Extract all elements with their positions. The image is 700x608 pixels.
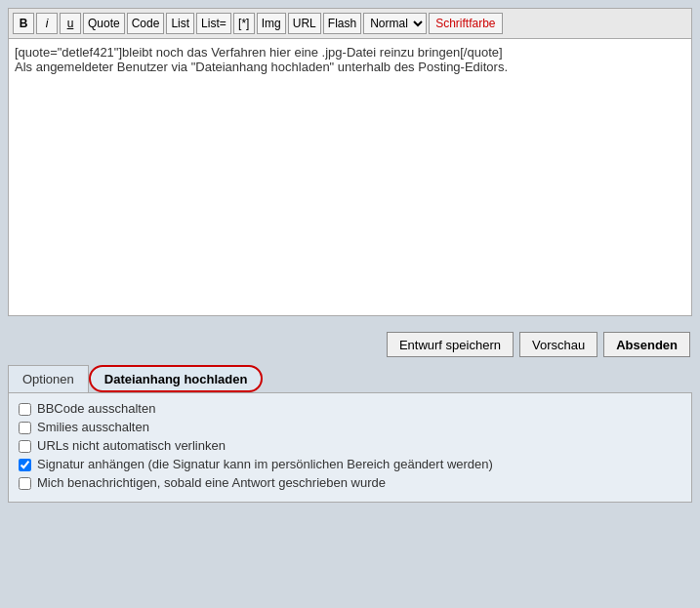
draft-button[interactable]: Entwurf speichern — [387, 332, 514, 357]
submit-button[interactable]: Absenden — [603, 332, 690, 357]
option-notify: Mich benachrichtigen, sobald eine Antwor… — [19, 475, 681, 490]
signature-checkbox[interactable] — [19, 459, 31, 471]
bbcode-label: BBCode ausschalten — [37, 401, 155, 416]
preview-button[interactable]: Vorschau — [519, 332, 597, 357]
notify-label: Mich benachrichtigen, sobald eine Antwor… — [37, 475, 386, 490]
star-button[interactable]: [*] — [233, 13, 255, 34]
img-button[interactable]: Img — [257, 13, 286, 34]
options-panel: BBCode ausschalten Smilies ausschalten U… — [8, 392, 692, 503]
tab-options[interactable]: Optionen — [8, 365, 89, 392]
editor-textarea[interactable]: [quote="detlef421"]bleibt noch das Verfa… — [9, 39, 691, 312]
signature-label: Signatur anhängen (die Signatur kann im … — [37, 457, 493, 471]
quote-button[interactable]: Quote — [83, 13, 125, 34]
smilies-label: Smilies ausschalten — [37, 420, 149, 434]
urls-checkbox[interactable] — [19, 440, 31, 453]
actions-bar: Entwurf speichern Vorschau Absenden — [0, 324, 700, 365]
underline-button[interactable]: u — [60, 13, 81, 34]
font-size-select[interactable]: Normal Tiny Small Large Huge — [363, 13, 427, 34]
option-urls: URLs nicht automatisch verlinken — [19, 438, 681, 453]
option-signature: Signatur anhängen (die Signatur kann im … — [19, 457, 681, 471]
notify-checkbox[interactable] — [19, 477, 31, 490]
url-button[interactable]: URL — [288, 13, 321, 34]
bbcode-checkbox[interactable] — [19, 403, 31, 416]
tab-upload[interactable]: Dateianhang hochladen — [89, 365, 264, 392]
flash-button[interactable]: Flash — [323, 13, 361, 34]
list-button[interactable]: List — [166, 13, 194, 34]
tabs-row: Optionen Dateianhang hochladen — [8, 365, 692, 392]
italic-button[interactable]: i — [36, 13, 58, 34]
font-color-button[interactable]: Schriftfarbe — [429, 13, 502, 34]
option-smilies: Smilies ausschalten — [19, 420, 681, 434]
code-button[interactable]: Code — [127, 13, 165, 34]
list-equals-button[interactable]: List= — [196, 13, 231, 34]
editor-container: B i u Quote Code List List= [*] Img URL … — [8, 8, 692, 316]
urls-label: URLs nicht automatisch verlinken — [37, 438, 226, 453]
bold-button[interactable]: B — [13, 13, 34, 34]
editor-wrapper: B i u Quote Code List List= [*] Img URL … — [0, 8, 700, 512]
editor-toolbar: B i u Quote Code List List= [*] Img URL … — [9, 9, 691, 39]
option-bbcode: BBCode ausschalten — [19, 401, 681, 416]
smilies-checkbox[interactable] — [19, 422, 31, 434]
options-section: Optionen Dateianhang hochladen BBCode au… — [0, 365, 700, 512]
